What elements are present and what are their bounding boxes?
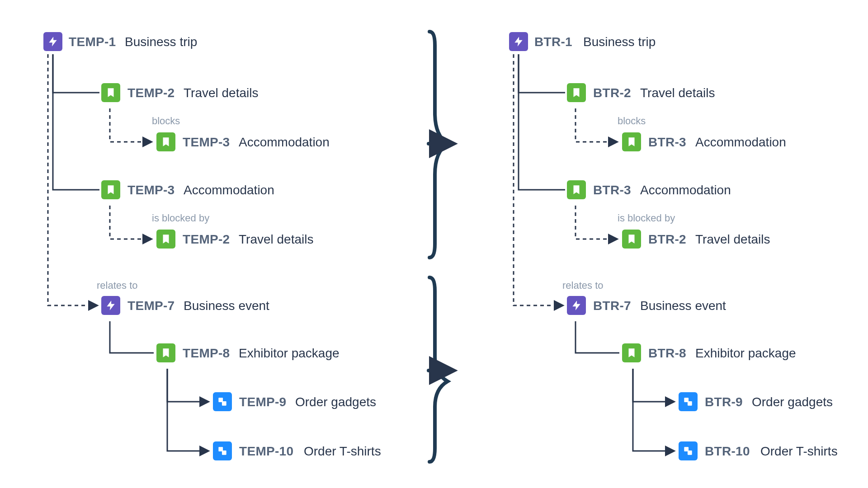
- svg-rect-1: [222, 401, 226, 406]
- story-icon: [156, 343, 175, 362]
- link-label: relates to: [97, 280, 138, 291]
- issue-key: TEMP-8: [183, 346, 230, 361]
- svg-rect-5: [688, 401, 692, 406]
- issue-key: BTR-7: [593, 299, 631, 313]
- issue-title: Accommodation: [640, 183, 731, 197]
- task-icon: [213, 441, 232, 460]
- issue-title: Business event: [184, 299, 269, 313]
- issue-key: BTR-1: [534, 35, 572, 49]
- issue-key: TEMP-2: [183, 232, 230, 247]
- story-icon: [101, 83, 120, 102]
- story-icon: [156, 132, 175, 151]
- story-icon: [622, 230, 641, 249]
- link-label: relates to: [562, 280, 604, 291]
- story-icon: [156, 230, 175, 249]
- link-label: blocks: [152, 115, 180, 127]
- link-label: is blocked by: [618, 212, 675, 224]
- issue-key: TEMP-7: [127, 299, 175, 313]
- task-icon: [679, 441, 698, 460]
- issue-key: BTR-9: [705, 395, 743, 409]
- issue-key: TEMP-3: [183, 135, 230, 150]
- issue-title: Travel details: [184, 86, 258, 100]
- issue-title: Exhibitor package: [239, 346, 340, 361]
- issue-key: TEMP-9: [239, 395, 286, 409]
- issue-key: BTR-2: [593, 86, 631, 100]
- svg-rect-7: [688, 450, 692, 455]
- story-icon: [101, 180, 120, 199]
- epic-icon: [567, 296, 586, 315]
- issue-title: Order T-shirts: [760, 444, 838, 459]
- epic-icon: [43, 32, 62, 51]
- issue-key: BTR-3: [648, 135, 686, 150]
- issue-title: Business trip: [125, 35, 197, 49]
- issue-key: TEMP-10: [239, 444, 293, 459]
- issue-key: TEMP-2: [127, 86, 175, 100]
- diagram-canvas: { "left": { "n1": {"key":"TEMP-1","title…: [0, 0, 868, 488]
- issue-key: BTR-2: [648, 232, 686, 247]
- issue-title: Accommodation: [184, 183, 274, 197]
- task-icon: [679, 392, 698, 411]
- epic-icon: [509, 32, 528, 51]
- link-label: blocks: [618, 115, 646, 127]
- issue-title: Order gadgets: [752, 395, 833, 409]
- issue-title: Order gadgets: [295, 395, 376, 409]
- issue-title: Business trip: [583, 35, 656, 49]
- issue-title: Exhibitor package: [695, 346, 796, 361]
- issue-title: Accommodation: [695, 135, 786, 150]
- task-icon: [213, 392, 232, 411]
- story-icon: [567, 83, 586, 102]
- issue-key: BTR-8: [648, 346, 686, 361]
- story-icon: [622, 132, 641, 151]
- issue-key: TEMP-1: [69, 35, 116, 49]
- svg-rect-3: [222, 450, 226, 455]
- issue-title: Order T-shirts: [304, 444, 381, 459]
- story-icon: [622, 343, 641, 362]
- issue-title: Travel details: [640, 86, 715, 100]
- issue-key: TEMP-3: [127, 183, 175, 197]
- story-icon: [567, 180, 586, 199]
- issue-key: BTR-3: [593, 183, 631, 197]
- issue-title: Travel details: [239, 232, 313, 247]
- link-label: is blocked by: [152, 212, 209, 224]
- issue-key: BTR-10: [705, 444, 750, 459]
- issue-title: Travel details: [695, 232, 770, 247]
- epic-icon: [101, 296, 120, 315]
- issue-title: Accommodation: [239, 135, 330, 150]
- issue-title: Business event: [640, 299, 726, 313]
